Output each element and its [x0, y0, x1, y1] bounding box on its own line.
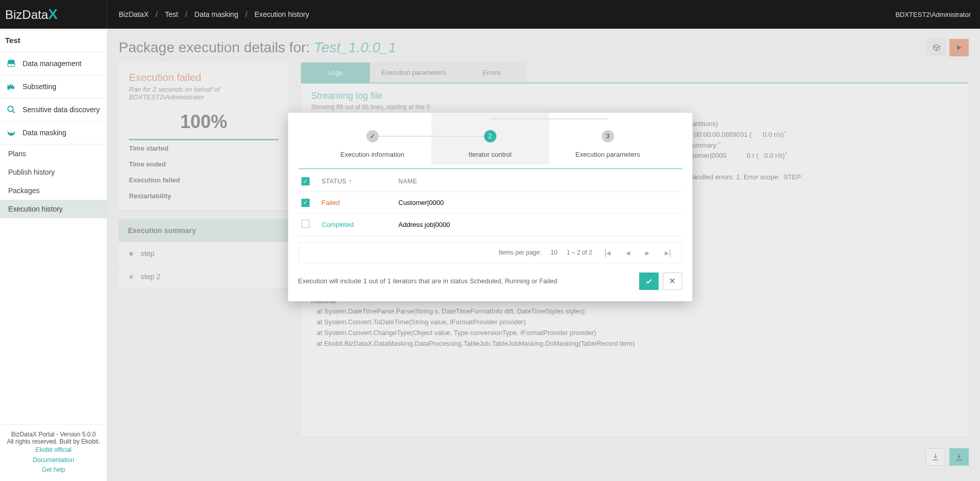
- close-icon: ✕: [669, 276, 676, 286]
- confirm-button[interactable]: [639, 273, 659, 290]
- wizard-step-label: Iterator control: [469, 151, 512, 158]
- footer-link-official[interactable]: Ekobit official: [4, 445, 103, 455]
- pager-ipp-label: Items per page:: [498, 249, 541, 256]
- wizard-step-1[interactable]: ✓ Execution information: [314, 130, 431, 158]
- sidebar-sub-packages[interactable]: Packages: [0, 181, 107, 200]
- sidebar-item-masking[interactable]: Data masking: [0, 121, 107, 144]
- sidebar-item-label: Subsetting: [23, 82, 56, 91]
- pager: Items per page: 10 1 – 2 of 2 |◂ ◂ ▸ ▸|: [298, 242, 682, 263]
- table-header: ✓ STATUS ↑ NAME: [298, 171, 682, 192]
- row-status: Completed: [322, 221, 399, 228]
- sidebar-item-subsetting[interactable]: Subsetting: [0, 75, 107, 98]
- sidebar-sub-execution-history[interactable]: Execution history: [0, 200, 107, 218]
- row-status: Failed: [322, 199, 399, 206]
- wizard-step-2[interactable]: 2 Iterator control: [431, 113, 549, 164]
- svg-point-2: [9, 132, 10, 133]
- row-checkbox[interactable]: ✓: [301, 199, 310, 207]
- pager-last-icon[interactable]: ▸|: [662, 248, 674, 258]
- mask-icon: [6, 128, 16, 138]
- pager-first-icon[interactable]: |◂: [601, 248, 614, 258]
- svg-point-3: [12, 132, 13, 133]
- logo[interactable]: BizDataX: [0, 0, 107, 29]
- breadcrumb: BizDataX/ Test/ Data masking/ Execution …: [107, 10, 896, 18]
- footer-version: BizDataX Portal - Version 5.0.0: [4, 431, 103, 438]
- sidebar-item-label: Data management: [23, 59, 81, 68]
- sidebar-item-label: Sensitive data discovery: [23, 106, 100, 114]
- user-label[interactable]: BDXTEST2\Administrator: [896, 11, 980, 18]
- sidebar-item-data-management[interactable]: Data management: [0, 52, 107, 75]
- step-number-icon: 2: [484, 130, 496, 142]
- table-row[interactable]: ✓ Failed Customer|0000: [298, 192, 682, 214]
- pager-next-icon[interactable]: ▸: [642, 248, 652, 258]
- table-row[interactable]: Completed Address job|0000: [298, 214, 682, 236]
- sidebar-sub-plans[interactable]: Plans: [0, 144, 107, 163]
- footer-link-docs[interactable]: Documentation: [4, 455, 103, 465]
- wizard-step-3[interactable]: 3 Execution parameters: [549, 130, 667, 158]
- svg-point-1: [8, 106, 13, 112]
- search-icon: [6, 104, 16, 115]
- crumb-ws[interactable]: Test: [165, 10, 178, 18]
- check-icon: [645, 277, 653, 285]
- row-checkbox[interactable]: [301, 220, 310, 228]
- crumb-root[interactable]: BizDataX: [119, 10, 148, 18]
- pager-prev-icon[interactable]: ◂: [623, 248, 633, 258]
- crumb-module[interactable]: Data masking: [194, 10, 238, 18]
- footer-rights: All rights reserved. Built by Ekobit.: [4, 438, 103, 445]
- wizard-step-label: Execution information: [340, 151, 404, 158]
- select-all-checkbox[interactable]: ✓: [301, 177, 310, 185]
- workspace-name: Test: [0, 29, 107, 52]
- row-name: Address job|0000: [399, 221, 679, 228]
- sidebar-item-discovery[interactable]: Sensitive data discovery: [0, 98, 107, 121]
- col-status[interactable]: STATUS ↑: [322, 178, 399, 185]
- step-number-icon: 3: [602, 130, 614, 142]
- pager-range: 1 – 2 of 2: [567, 249, 592, 256]
- modal-footer-text: Execution will include 1 out of 1 iterat…: [298, 277, 558, 285]
- database-icon: [6, 58, 16, 69]
- pager-ipp-value[interactable]: 10: [551, 249, 557, 256]
- cancel-button[interactable]: ✕: [663, 273, 682, 290]
- row-name: Customer|0000: [399, 199, 679, 206]
- wizard-step-label: Execution parameters: [575, 151, 640, 158]
- sidebar-sub-publish[interactable]: Publish history: [0, 163, 107, 181]
- crumb-page[interactable]: Execution history: [254, 10, 309, 18]
- sidebar-item-label: Data masking: [23, 129, 67, 137]
- footer-link-help[interactable]: Get help: [4, 465, 103, 475]
- col-name[interactable]: NAME: [399, 178, 679, 185]
- sidebar-footer: BizDataX Portal - Version 5.0.0 All righ…: [0, 424, 107, 481]
- check-icon: ✓: [366, 130, 379, 142]
- puzzle-icon: [6, 81, 16, 92]
- iterator-control-modal: ✓ Execution information 2 Iterator contr…: [288, 113, 692, 301]
